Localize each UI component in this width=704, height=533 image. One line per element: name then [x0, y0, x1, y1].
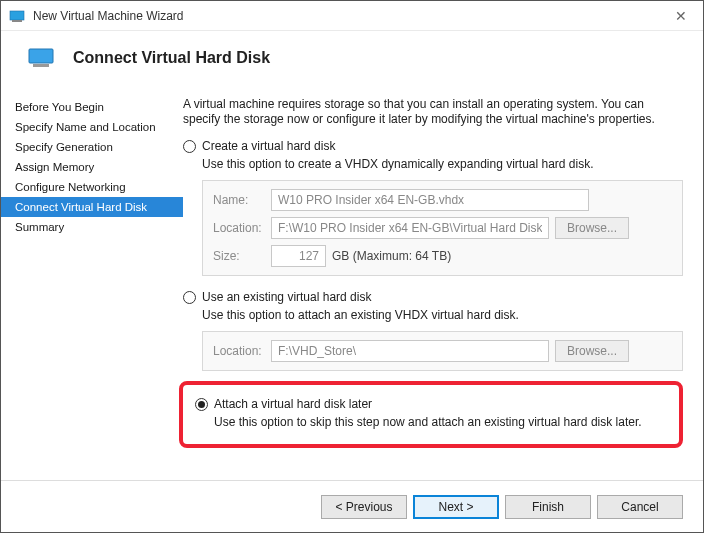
- sidebar-item-configure-networking[interactable]: Configure Networking: [1, 177, 183, 197]
- svg-rect-0: [10, 11, 24, 20]
- create-fields: Name: Location: Browse... Size: GB (Maxi…: [202, 180, 683, 276]
- existing-location-field[interactable]: [271, 340, 549, 362]
- finish-button[interactable]: Finish: [505, 495, 591, 519]
- titlebar: New Virtual Machine Wizard ✕: [1, 1, 703, 31]
- main-panel: A virtual machine requires storage so th…: [183, 89, 703, 476]
- option-existing-desc: Use this option to attach an existing VH…: [202, 308, 683, 323]
- radio-existing[interactable]: [183, 291, 196, 304]
- sidebar: Before You Begin Specify Name and Locati…: [1, 89, 183, 476]
- browse-create-button[interactable]: Browse...: [555, 217, 629, 239]
- existing-fields: Location: Browse...: [202, 331, 683, 371]
- sidebar-item-summary[interactable]: Summary: [1, 217, 183, 237]
- size-unit: GB (Maximum: 64 TB): [332, 249, 451, 263]
- sidebar-item-specify-name[interactable]: Specify Name and Location: [1, 117, 183, 137]
- radio-create[interactable]: [183, 140, 196, 153]
- option-existing: Use an existing virtual hard disk Use th…: [183, 290, 683, 371]
- wizard-window: New Virtual Machine Wizard ✕ Connect Vir…: [0, 0, 704, 533]
- existing-location-label: Location:: [213, 344, 271, 358]
- location-field[interactable]: [271, 217, 549, 239]
- browse-existing-button[interactable]: Browse...: [555, 340, 629, 362]
- footer: < Previous Next > Finish Cancel: [1, 480, 703, 532]
- svg-rect-3: [33, 64, 49, 67]
- app-icon: [9, 8, 25, 24]
- name-label: Name:: [213, 193, 271, 207]
- close-icon: ✕: [675, 8, 687, 24]
- radio-existing-label: Use an existing virtual hard disk: [202, 290, 371, 304]
- svg-rect-1: [12, 20, 22, 22]
- sidebar-item-specify-generation[interactable]: Specify Generation: [1, 137, 183, 157]
- radio-existing-row[interactable]: Use an existing virtual hard disk: [183, 290, 683, 304]
- option-later-desc: Use this option to skip this step now an…: [214, 415, 667, 430]
- radio-create-row[interactable]: Create a virtual hard disk: [183, 139, 683, 153]
- previous-button[interactable]: < Previous: [321, 495, 407, 519]
- highlight-box: Attach a virtual hard disk later Use thi…: [179, 381, 683, 448]
- sidebar-item-before-you-begin[interactable]: Before You Begin: [1, 97, 183, 117]
- size-label: Size:: [213, 249, 271, 263]
- location-label: Location:: [213, 221, 271, 235]
- radio-later[interactable]: [195, 398, 208, 411]
- name-field[interactable]: [271, 189, 589, 211]
- radio-later-label: Attach a virtual hard disk later: [214, 397, 372, 411]
- close-button[interactable]: ✕: [658, 1, 703, 31]
- page-header: Connect Virtual Hard Disk: [1, 31, 703, 89]
- sidebar-item-connect-vhd[interactable]: Connect Virtual Hard Disk: [1, 197, 183, 217]
- intro-text: A virtual machine requires storage so th…: [183, 97, 683, 127]
- window-title: New Virtual Machine Wizard: [33, 9, 658, 23]
- svg-rect-2: [29, 49, 53, 63]
- sidebar-item-assign-memory[interactable]: Assign Memory: [1, 157, 183, 177]
- size-field[interactable]: [271, 245, 326, 267]
- page-title: Connect Virtual Hard Disk: [73, 49, 270, 67]
- page-icon: [27, 47, 55, 69]
- radio-create-label: Create a virtual hard disk: [202, 139, 335, 153]
- radio-later-row[interactable]: Attach a virtual hard disk later: [195, 397, 667, 411]
- body: Before You Begin Specify Name and Locati…: [1, 89, 703, 476]
- option-create-desc: Use this option to create a VHDX dynamic…: [202, 157, 683, 172]
- cancel-button[interactable]: Cancel: [597, 495, 683, 519]
- option-create: Create a virtual hard disk Use this opti…: [183, 139, 683, 276]
- next-button[interactable]: Next >: [413, 495, 499, 519]
